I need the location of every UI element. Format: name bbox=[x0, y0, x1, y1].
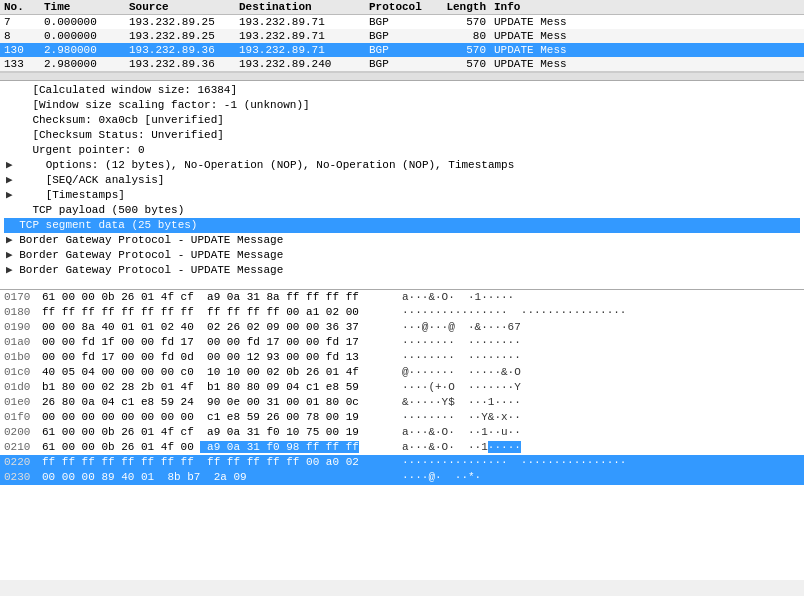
hex-row[interactable]: 01a000 00 fd 1f 00 00 fd 17 00 00 fd 17 … bbox=[0, 335, 804, 350]
hex-bytes: ff ff ff ff ff ff ff ff ff ff ff ff 00 a… bbox=[42, 305, 402, 320]
packet-info: UPDATE Mess bbox=[490, 15, 804, 29]
packet-info: UPDATE Mess bbox=[490, 29, 804, 43]
hex-row[interactable]: 01c040 05 04 00 00 00 00 c0 10 10 00 02 … bbox=[0, 365, 804, 380]
detail-line: [Checksum Status: Unverified] bbox=[4, 128, 800, 143]
hex-offset: 0200 bbox=[4, 425, 42, 440]
hex-ascii: a···&·O· ··1··u·· bbox=[402, 425, 800, 440]
hex-row[interactable]: 020061 00 00 0b 26 01 4f cf a9 0a 31 f0 … bbox=[0, 425, 804, 440]
packet-row[interactable]: 8 0.000000 193.232.89.25 193.232.89.71 B… bbox=[0, 29, 804, 43]
detail-line: [Calculated window size: 16384] bbox=[4, 83, 800, 98]
hex-row[interactable]: 01e026 80 0a 04 c1 e8 59 24 90 0e 00 31 … bbox=[0, 395, 804, 410]
hex-offset: 01e0 bbox=[4, 395, 42, 410]
hex-offset: 01a0 bbox=[4, 335, 42, 350]
hex-ascii: @······· ·····&·O bbox=[402, 365, 800, 380]
packet-no: 7 bbox=[0, 15, 40, 29]
hex-row[interactable]: 0180ff ff ff ff ff ff ff ff ff ff ff ff … bbox=[0, 305, 804, 320]
packet-no: 130 bbox=[0, 43, 40, 57]
hex-ascii: ················ ················ bbox=[402, 305, 800, 320]
packet-time: 0.000000 bbox=[40, 29, 125, 43]
col-header-dest: Destination bbox=[235, 0, 365, 14]
packet-time: 0.000000 bbox=[40, 15, 125, 29]
col-header-source: Source bbox=[125, 0, 235, 14]
packet-proto: BGP bbox=[365, 43, 435, 57]
detail-line[interactable]: Border Gateway Protocol - UPDATE Message bbox=[4, 233, 800, 248]
hex-row[interactable]: 019000 00 8a 40 01 01 02 40 02 26 02 09 … bbox=[0, 320, 804, 335]
hex-bytes: 26 80 0a 04 c1 e8 59 24 90 0e 00 31 00 0… bbox=[42, 395, 402, 410]
hex-offset: 0170 bbox=[4, 290, 42, 305]
packet-rows: 7 0.000000 193.232.89.25 193.232.89.71 B… bbox=[0, 15, 804, 71]
hex-ascii: a···&·O· ··1····· bbox=[402, 440, 800, 455]
horizontal-scrollbar[interactable] bbox=[0, 72, 804, 80]
detail-line[interactable]: Options: (12 bytes), No-Operation (NOP),… bbox=[4, 158, 800, 173]
packet-no: 133 bbox=[0, 57, 40, 71]
hex-ascii: a···&·O· ·1····· bbox=[402, 290, 800, 305]
packet-info: UPDATE Mess bbox=[490, 57, 804, 71]
hex-bytes: 61 00 00 0b 26 01 4f cf a9 0a 31 8a ff f… bbox=[42, 290, 402, 305]
hex-bytes: b1 80 00 02 28 2b 01 4f b1 80 80 09 04 c… bbox=[42, 380, 402, 395]
packet-time: 2.980000 bbox=[40, 43, 125, 57]
hex-panel: 017061 00 00 0b 26 01 4f cf a9 0a 31 8a … bbox=[0, 290, 804, 580]
hex-row[interactable]: 0220ff ff ff ff ff ff ff ff ff ff ff ff … bbox=[0, 455, 804, 470]
col-header-no: No. bbox=[0, 0, 40, 14]
hex-offset: 01f0 bbox=[4, 410, 42, 425]
packet-src: 193.232.89.36 bbox=[125, 57, 235, 71]
packet-row[interactable]: 7 0.000000 193.232.89.25 193.232.89.71 B… bbox=[0, 15, 804, 29]
hex-row[interactable]: 01b000 00 fd 17 00 00 fd 0d 00 00 12 93 … bbox=[0, 350, 804, 365]
hex-row[interactable]: 021061 00 00 0b 26 01 4f 00 a9 0a 31 f0 … bbox=[0, 440, 804, 455]
packet-src: 193.232.89.25 bbox=[125, 15, 235, 29]
hex-ascii: ···@···@ ·&····67 bbox=[402, 320, 800, 335]
hex-bytes: ff ff ff ff ff ff ff ff ff ff ff ff ff 0… bbox=[42, 455, 402, 470]
packet-len: 570 bbox=[435, 57, 490, 71]
hex-offset: 0220 bbox=[4, 455, 42, 470]
packet-info: UPDATE Mess bbox=[490, 43, 804, 57]
packet-proto: BGP bbox=[365, 57, 435, 71]
hex-row[interactable]: 01f000 00 00 00 00 00 00 00 c1 e8 59 26 … bbox=[0, 410, 804, 425]
col-header-protocol: Protocol bbox=[365, 0, 435, 14]
hex-row[interactable]: 017061 00 00 0b 26 01 4f cf a9 0a 31 8a … bbox=[0, 290, 804, 305]
packet-proto: BGP bbox=[365, 29, 435, 43]
packet-dst: 193.232.89.71 bbox=[235, 15, 365, 29]
hex-row[interactable]: 01d0b1 80 00 02 28 2b 01 4f b1 80 80 09 … bbox=[0, 380, 804, 395]
packet-dst: 193.232.89.240 bbox=[235, 57, 365, 71]
detail-panel: [Calculated window size: 16384] [Window … bbox=[0, 80, 804, 290]
detail-line[interactable]: [SEQ/ACK analysis] bbox=[4, 173, 800, 188]
detail-line[interactable]: [Timestamps] bbox=[4, 188, 800, 203]
packet-time: 2.980000 bbox=[40, 57, 125, 71]
detail-line[interactable]: Border Gateway Protocol - UPDATE Message bbox=[4, 248, 800, 263]
packet-len: 570 bbox=[435, 15, 490, 29]
detail-line: TCP segment data (25 bytes) bbox=[4, 218, 800, 233]
hex-ascii: ····@· ··*· bbox=[402, 470, 800, 485]
hex-offset: 0210 bbox=[4, 440, 42, 455]
detail-line[interactable]: Border Gateway Protocol - UPDATE Message bbox=[4, 263, 800, 278]
col-header-time: Time bbox=[40, 0, 125, 14]
hex-row[interactable]: 023000 00 00 89 40 01 8b b7 2a 09····@· … bbox=[0, 470, 804, 485]
hex-offset: 01d0 bbox=[4, 380, 42, 395]
packet-list-header: No. Time Source Destination Protocol Len… bbox=[0, 0, 804, 15]
detail-line: TCP payload (500 bytes) bbox=[4, 203, 800, 218]
hex-offset: 0190 bbox=[4, 320, 42, 335]
packet-row[interactable]: 130 2.980000 193.232.89.36 193.232.89.71… bbox=[0, 43, 804, 57]
col-header-info: Info bbox=[490, 0, 804, 14]
detail-line: [Window size scaling factor: -1 (unknown… bbox=[4, 98, 800, 113]
hex-offset: 01b0 bbox=[4, 350, 42, 365]
hex-ascii: ········ ··Y&·x·· bbox=[402, 410, 800, 425]
hex-bytes: 61 00 00 0b 26 01 4f 00 a9 0a 31 f0 98 f… bbox=[42, 440, 402, 455]
hex-bytes: 00 00 fd 1f 00 00 fd 17 00 00 fd 17 00 0… bbox=[42, 335, 402, 350]
packet-dst: 193.232.89.71 bbox=[235, 29, 365, 43]
packet-src: 193.232.89.25 bbox=[125, 29, 235, 43]
hex-ascii: ········ ········ bbox=[402, 350, 800, 365]
detail-line: Checksum: 0xa0cb [unverified] bbox=[4, 113, 800, 128]
hex-ascii: ····(+·O ·······Y bbox=[402, 380, 800, 395]
hex-offset: 0230 bbox=[4, 470, 42, 485]
hex-ascii: ········ ········ bbox=[402, 335, 800, 350]
detail-line: Urgent pointer: 0 bbox=[4, 143, 800, 158]
hex-ascii: ················ ················ bbox=[402, 455, 800, 470]
hex-bytes: 00 00 fd 17 00 00 fd 0d 00 00 12 93 00 0… bbox=[42, 350, 402, 365]
packet-len: 570 bbox=[435, 43, 490, 57]
hex-ascii: &·····Y$ ···1···· bbox=[402, 395, 800, 410]
hex-bytes: 61 00 00 0b 26 01 4f cf a9 0a 31 f0 10 7… bbox=[42, 425, 402, 440]
packet-src: 193.232.89.36 bbox=[125, 43, 235, 57]
packet-row[interactable]: 133 2.980000 193.232.89.36 193.232.89.24… bbox=[0, 57, 804, 71]
col-header-length: Length bbox=[435, 0, 490, 14]
packet-proto: BGP bbox=[365, 15, 435, 29]
